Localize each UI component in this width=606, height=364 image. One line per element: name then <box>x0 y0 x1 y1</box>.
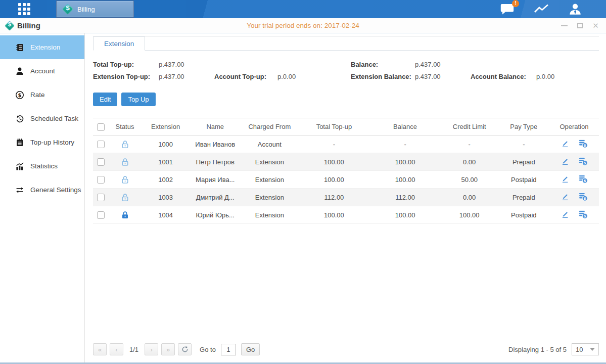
svg-text:$: $ <box>584 143 586 148</box>
sidebar-item-general-settings[interactable]: General Settings <box>0 178 84 202</box>
go-button[interactable]: Go <box>241 343 260 355</box>
sidebar-item-label: General Settings <box>30 186 81 194</box>
sidebar-item-label: Extension <box>30 43 60 51</box>
account-balance-value: p.0.00 <box>536 73 599 80</box>
edit-extension-icon[interactable] <box>561 157 570 166</box>
extension-topup-label: Extension Top-up: <box>93 73 159 80</box>
extension-topup-value: p.437.00 <box>159 73 214 80</box>
sidebar-item-account[interactable]: Account <box>0 59 84 83</box>
refresh-button[interactable] <box>178 343 192 355</box>
page-size-select[interactable]: 10 <box>572 343 599 355</box>
top-up-extension-icon[interactable]: $ <box>578 192 588 201</box>
row-checkbox[interactable] <box>97 158 105 166</box>
notification-badge: ! <box>512 0 519 7</box>
sidebar-item-statistics[interactable]: Statistics <box>0 154 84 178</box>
main-content: Extension Total Top-up: p.437.00 Balance… <box>85 33 606 362</box>
page-indicator: 1/1 <box>129 346 138 353</box>
messages-icon[interactable]: ! <box>500 3 515 16</box>
cell-name: Иван Иванов <box>190 135 241 153</box>
trial-notice: Your trial period ends on: 2017-02-24 <box>0 22 606 29</box>
cell-extension: 1001 <box>142 153 190 171</box>
edit-button[interactable]: Edit <box>93 93 117 106</box>
sidebar-item-label: Scheduled Task <box>30 115 78 122</box>
edit-extension-icon[interactable] <box>561 139 570 148</box>
cell-charged-from: Account <box>241 135 298 153</box>
top-up-extension-icon[interactable]: $ <box>578 139 588 148</box>
sidebar-item-label: Top-up History <box>30 139 74 146</box>
col-credit-limit: Credit Limit <box>441 118 498 135</box>
taskbar-tab-billing[interactable]: $ Billing <box>57 1 133 17</box>
sidebar-item-rate[interactable]: $ Rate <box>0 83 84 107</box>
account-topup-value: p.0.00 <box>277 73 351 80</box>
cell-extension: 1002 <box>142 171 190 189</box>
row-checkbox[interactable] <box>97 194 105 201</box>
table-row: 1002Мария Ива...Extension100.00100.0050.… <box>93 171 599 189</box>
cell-pay-type: - <box>498 135 549 153</box>
edit-extension-icon[interactable] <box>561 210 570 219</box>
row-checkbox[interactable] <box>97 176 105 184</box>
unlocked-icon <box>121 193 129 202</box>
edit-extension-icon[interactable] <box>561 174 570 184</box>
sidebar-item-label: Account <box>30 67 55 75</box>
svg-text:$: $ <box>584 214 586 218</box>
tab-extension[interactable]: Extension <box>93 36 145 51</box>
table-row: 1001Петр ПетровExtension100.00100.000.00… <box>93 153 599 171</box>
col-pay-type: Pay Type <box>498 118 549 135</box>
cell-total-topup: - <box>298 135 369 153</box>
row-checkbox[interactable] <box>97 211 105 219</box>
last-page-button[interactable]: » <box>161 343 175 355</box>
sidebar-item-extension[interactable]: Extension <box>0 35 84 59</box>
first-page-button[interactable]: « <box>93 343 107 355</box>
cell-charged-from: Extension <box>241 171 298 189</box>
cell-charged-from: Extension <box>241 206 298 224</box>
goto-page-input[interactable] <box>221 344 236 355</box>
top-up-extension-icon[interactable]: $ <box>578 156 588 166</box>
row-checkbox[interactable] <box>97 141 105 148</box>
svg-text:$: $ <box>584 196 586 201</box>
billing-dollar-diamond-icon: $ <box>62 4 73 15</box>
statistics-chart-icon[interactable] <box>533 3 549 16</box>
extension-balance-label: Extension Balance: <box>351 73 415 80</box>
cell-name: Петр Петров <box>190 153 241 171</box>
table-header-row: Status Extension Name Charged From Total… <box>93 118 599 135</box>
minimize-button[interactable] <box>561 22 568 29</box>
close-button[interactable]: ✕ <box>592 22 599 29</box>
cell-pay-type: Prepaid <box>498 153 549 171</box>
pagination-bar: « ‹ 1/1 › » Go to Go Displaying 1 - 5 of… <box>93 343 599 355</box>
status-locked <box>108 206 142 224</box>
notepad-icon <box>15 138 24 147</box>
status-unlocked <box>108 153 142 171</box>
edit-extension-icon[interactable] <box>561 192 570 201</box>
goto-label: Go to <box>200 346 216 353</box>
col-total-topup: Total Top-up <box>298 118 369 135</box>
cell-extension: 1003 <box>142 189 190 206</box>
maximize-button[interactable] <box>577 22 583 29</box>
col-operation: Operation <box>549 118 599 135</box>
cell-pay-type: Postpaid <box>498 171 549 189</box>
cell-name: Дмитрий Д... <box>190 189 241 206</box>
balance-value: p.437.00 <box>415 61 471 68</box>
cell-total-topup: 100.00 <box>298 206 369 224</box>
user-account-icon[interactable] <box>568 3 583 16</box>
table-row: 1004Юрий Юрь...Extension100.00100.00100.… <box>93 206 599 224</box>
cell-total-topup: 100.00 <box>298 171 369 189</box>
window-title-bar: $ Billing Your trial period ends on: 201… <box>0 18 606 33</box>
select-all-checkbox[interactable] <box>97 123 105 131</box>
displaying-text: Displaying 1 - 5 of 5 <box>508 346 567 353</box>
sidebar: Extension Account $ Rate <box>0 33 85 362</box>
prev-page-button[interactable]: ‹ <box>110 343 123 355</box>
cell-credit-limit: 50.00 <box>441 171 498 189</box>
top-up-extension-icon[interactable]: $ <box>578 209 588 219</box>
app-launcher-icon[interactable] <box>18 3 30 15</box>
cell-name: Мария Ива... <box>190 171 241 189</box>
top-up-extension-icon[interactable]: $ <box>578 174 588 184</box>
cell-pay-type: Prepaid <box>498 189 549 206</box>
window-title: $ Billing <box>5 21 40 30</box>
cell-charged-from: Extension <box>241 189 298 206</box>
cell-credit-limit: 100.00 <box>441 206 498 224</box>
next-page-button[interactable]: › <box>145 343 158 355</box>
taskbar-tab-label: Billing <box>77 6 95 13</box>
top-up-button[interactable]: Top Up <box>121 93 155 106</box>
sidebar-item-topup-history[interactable]: Top-up History <box>0 130 84 154</box>
sidebar-item-scheduled-task[interactable]: Scheduled Task <box>0 107 84 130</box>
